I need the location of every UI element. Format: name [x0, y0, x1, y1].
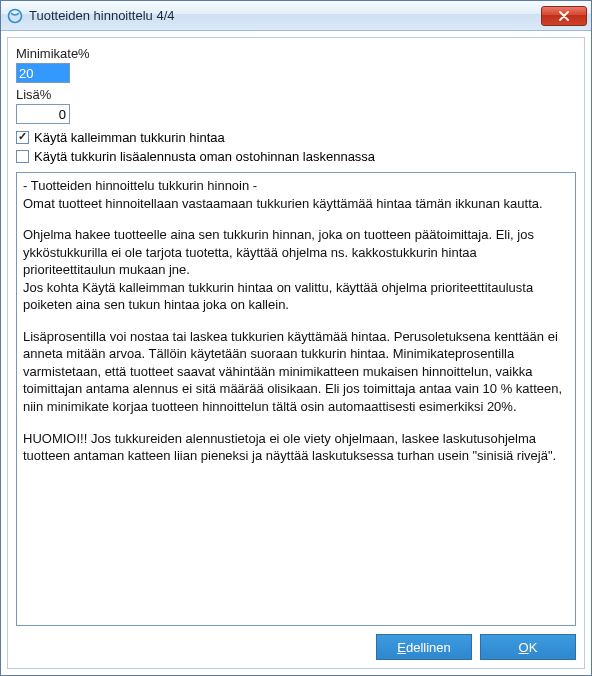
window-title: Tuotteiden hinnoittelu 4/4: [29, 8, 541, 23]
ok-button[interactable]: OK: [480, 634, 576, 660]
close-button[interactable]: [541, 6, 587, 26]
info-line: - Tuotteiden hinnoittelu tukkurin hinnoi…: [23, 177, 569, 195]
minimikate-label: Minimikate%: [16, 46, 576, 61]
info-line: Lisäprosentilla voi nostaa tai laskea tu…: [23, 328, 569, 416]
minimikate-input[interactable]: [16, 63, 70, 83]
lisa-input[interactable]: [16, 104, 70, 124]
previous-button[interactable]: Edellinen: [376, 634, 472, 660]
svg-point-0: [9, 9, 22, 22]
checkbox-kalleimman-label: Käytä kalleimman tukkurin hintaa: [34, 130, 225, 145]
button-row: Edellinen OK: [16, 634, 576, 660]
lisa-label: Lisä%: [16, 87, 576, 102]
info-line: Omat tuotteet hinnoitellaan vastaamaan t…: [23, 195, 569, 213]
dialog-window: Tuotteiden hinnoittelu 4/4 Minimikate% L…: [0, 0, 592, 676]
checkbox-lisaalennusta-row[interactable]: Käytä tukkurin lisäalennusta oman ostohi…: [16, 149, 576, 164]
checkbox-lisaalennusta[interactable]: [16, 150, 29, 163]
info-line: Jos kohta Käytä kalleimman tukkurin hint…: [23, 279, 569, 314]
info-line: Ohjelma hakee tuotteelle aina sen tukkur…: [23, 226, 569, 279]
info-line: HUOMIOI!! Jos tukkureiden alennustietoja…: [23, 430, 569, 465]
checkbox-kalleimman-row[interactable]: Käytä kalleimman tukkurin hintaa: [16, 130, 576, 145]
info-text-box: - Tuotteiden hinnoittelu tukkurin hinnoi…: [16, 172, 576, 626]
checkbox-lisaalennusta-label: Käytä tukkurin lisäalennusta oman ostohi…: [34, 149, 375, 164]
checkbox-kalleimman[interactable]: [16, 131, 29, 144]
app-icon: [7, 8, 23, 24]
client-area: Minimikate% Lisä% Käytä kalleimman tukku…: [7, 37, 585, 669]
titlebar: Tuotteiden hinnoittelu 4/4: [1, 1, 591, 31]
